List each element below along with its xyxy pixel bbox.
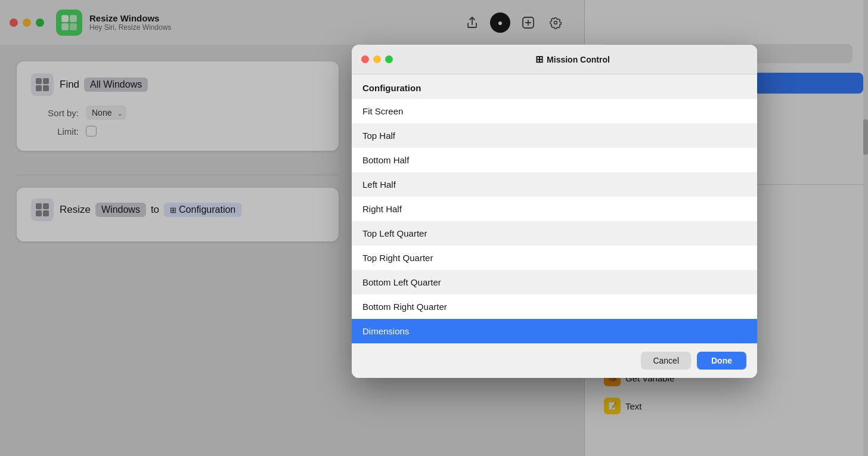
modal-body: Configuration Fit Screen Top Half Bottom… [352, 75, 757, 343]
modal-overlay[interactable]: ⊞ Mission Control Configuration Fit Scre… [0, 0, 868, 456]
modal-title: ⊞ Mission Control [398, 54, 748, 65]
configuration-list: Fit Screen Top Half Bottom Half Left Hal… [352, 99, 757, 343]
list-item-left-half[interactable]: Left Half [352, 172, 757, 197]
mission-control-modal: ⊞ Mission Control Configuration Fit Scre… [352, 45, 757, 378]
modal-titlebar: ⊞ Mission Control [352, 45, 757, 75]
modal-footer: Cancel Done [352, 343, 757, 378]
done-button[interactable]: Done [697, 352, 746, 370]
list-item-dimensions[interactable]: Dimensions [352, 319, 757, 343]
modal-min-button[interactable] [373, 55, 381, 63]
modal-icon: ⊞ [535, 54, 543, 65]
list-item-top-left-quarter[interactable]: Top Left Quarter [352, 221, 757, 246]
list-item-top-right-quarter[interactable]: Top Right Quarter [352, 246, 757, 270]
list-item-bottom-right-quarter[interactable]: Bottom Right Quarter [352, 294, 757, 319]
modal-section-title: Configuration [352, 75, 757, 99]
list-item-bottom-half[interactable]: Bottom Half [352, 148, 757, 172]
modal-max-button[interactable] [385, 55, 393, 63]
list-item-top-half[interactable]: Top Half [352, 123, 757, 148]
list-item-right-half[interactable]: Right Half [352, 197, 757, 221]
list-item-bottom-left-quarter[interactable]: Bottom Left Quarter [352, 270, 757, 294]
modal-window-controls [361, 55, 393, 63]
modal-close-button[interactable] [361, 55, 369, 63]
list-item-fit-screen[interactable]: Fit Screen [352, 99, 757, 123]
cancel-button[interactable]: Cancel [641, 352, 691, 370]
